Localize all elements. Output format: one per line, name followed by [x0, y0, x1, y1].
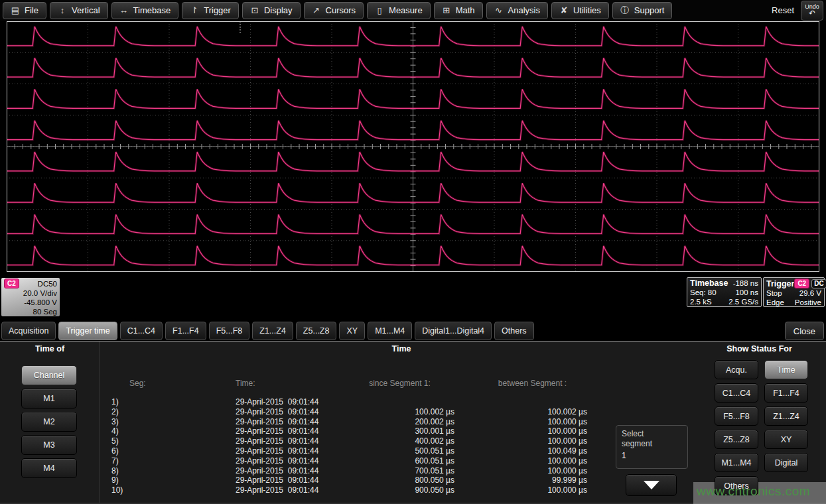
- status-button-z1-z4[interactable]: Z1...Z4: [764, 407, 808, 426]
- cell-time: 29-April-2015 09:01:44: [236, 485, 318, 495]
- cell-between: 100.000 µs: [478, 456, 587, 466]
- table-row: 2)29-April-2015 09:01:44100.002 µs100.00…: [100, 407, 617, 417]
- cell-since: 600.051 µs: [345, 456, 454, 466]
- cell-time: 29-April-2015 09:01:44: [236, 436, 318, 446]
- segment-down-button[interactable]: [626, 474, 677, 496]
- dialog-tab-bar: AcquisitionTrigger timeC1...C4F1...F4F5.…: [0, 320, 826, 342]
- menu-item-utilities[interactable]: ✘Utilities: [551, 2, 609, 19]
- undo-icon: ↶: [809, 9, 815, 17]
- horizontal-arrows-icon: ↔: [119, 5, 129, 15]
- tab-trigger-time[interactable]: Trigger time: [58, 322, 117, 340]
- cell-since: 700.051 µs: [345, 466, 454, 475]
- cell-since: 400.002 µs: [345, 436, 454, 446]
- select-segment-value: 1: [622, 451, 682, 461]
- cell-since: 900.050 µs: [345, 485, 454, 495]
- channel-c2-badge: C2: [4, 279, 19, 288]
- status-button-z5-z8[interactable]: Z5...Z8: [715, 430, 758, 449]
- cell-time: 29-April-2015 09:01:44: [236, 426, 318, 436]
- channel-scale: 20.0 V/div: [4, 288, 57, 298]
- time-of-button-m3[interactable]: M3: [21, 435, 77, 455]
- status-button-digital[interactable]: Digital: [764, 453, 808, 472]
- cell-time: 29-April-2015 09:01:44: [236, 446, 318, 456]
- tab-m1-m4[interactable]: M1...M4: [368, 322, 412, 340]
- cell-between: 100.000 µs: [478, 485, 587, 495]
- menu-item-vertical[interactable]: ↕Vertical: [50, 2, 108, 19]
- undo-button[interactable]: Undo ↶: [801, 1, 823, 21]
- menu-item-label: Vertical: [72, 5, 100, 15]
- watermark-text: www.cntronics.com: [697, 484, 810, 499]
- channel-offset: -45.800 V: [4, 298, 57, 307]
- menu-item-timebase[interactable]: ↔Timebase: [111, 2, 179, 19]
- status-button-f1-f4[interactable]: F1...F4: [764, 383, 808, 403]
- cell-seg: 8): [111, 466, 119, 475]
- menu-item-math[interactable]: ⊞Math: [434, 2, 483, 19]
- table-row: 10)29-April-2015 09:01:44900.050 µs100.0…: [100, 485, 617, 495]
- select-segment-label-1: Select: [622, 429, 682, 439]
- cell-time: 29-April-2015 09:01:44: [236, 466, 318, 475]
- menu-item-support[interactable]: ⓘSupport: [612, 2, 673, 19]
- cell-time: 29-April-2015 09:01:44: [236, 417, 318, 426]
- cell-seg: 1): [111, 397, 119, 407]
- tab-others[interactable]: Others: [494, 322, 534, 340]
- cell-seg: 9): [111, 475, 119, 485]
- tab-f5-f8[interactable]: F5...F8: [209, 322, 250, 340]
- channel-coupling: DC50: [38, 279, 57, 288]
- timebase-descriptor[interactable]: Timebase -188 ns Seq: 80 100 ns 2.5 kS 2…: [687, 277, 762, 307]
- tab-digital1-digital4[interactable]: Digital1...Digital4: [415, 322, 492, 340]
- cursor-arrow-icon: ↗: [312, 5, 321, 15]
- cell-time: 29-April-2015 09:01:44: [236, 475, 318, 485]
- time-of-button-m2[interactable]: M2: [21, 412, 77, 432]
- status-button-m1-m4[interactable]: M1...M4: [715, 453, 758, 472]
- close-button[interactable]: Close: [785, 322, 824, 340]
- status-button-xy[interactable]: XY: [764, 430, 808, 449]
- channel-descriptor-c2[interactable]: C2 DC50 20.0 V/div -45.800 V 80 Seg: [1, 278, 60, 316]
- cell-since: 100.002 µs: [345, 407, 454, 416]
- cell-seg: 10): [111, 485, 123, 495]
- monitor-icon: ⊡: [250, 5, 259, 15]
- calculator-icon: ⊞: [442, 5, 451, 15]
- status-button-time[interactable]: Time: [764, 360, 808, 379]
- time-of-button-m4[interactable]: M4: [21, 458, 77, 478]
- menu-item-label: Cursors: [326, 5, 356, 15]
- tools-icon: ✘: [559, 5, 569, 15]
- menu-item-cursors[interactable]: ↗Cursors: [304, 2, 364, 19]
- menu-item-label: Measure: [389, 5, 423, 15]
- cell-between: 99.999 µs: [478, 475, 587, 485]
- trigger-edge-icon: ↾: [190, 5, 199, 15]
- menu-item-label: Math: [456, 5, 475, 15]
- tab-xy[interactable]: XY: [339, 322, 365, 340]
- menu-item-display[interactable]: ⊡Display: [242, 2, 301, 19]
- menu-item-analysis[interactable]: ∿Analysis: [486, 2, 548, 19]
- info-bar: C2 DC50 20.0 V/div -45.800 V 80 Seg Time…: [0, 277, 826, 320]
- tab-z5-z8[interactable]: Z5...Z8: [296, 322, 337, 340]
- reset-button[interactable]: Reset: [770, 5, 795, 15]
- tab-z1-z4[interactable]: Z1...Z4: [252, 322, 293, 340]
- cell-since: 300.001 µs: [345, 426, 454, 436]
- time-of-button-channel[interactable]: Channel: [21, 365, 77, 385]
- cell-seg: 4): [111, 426, 119, 436]
- vertical-arrows-icon: ↕: [58, 5, 67, 15]
- cell-seg: 6): [111, 446, 119, 456]
- table-row: 7)29-April-2015 09:01:44600.051 µs100.00…: [100, 456, 617, 466]
- trigger-descriptor[interactable]: Trigger C2 DC Stop 29.6 V Edge Positive: [763, 277, 825, 307]
- cell-between: 100.049 µs: [478, 446, 587, 456]
- menu-item-trigger[interactable]: ↾Trigger: [182, 2, 239, 19]
- cell-between: 100.000 µs: [478, 417, 587, 426]
- header-time: Time:: [236, 379, 255, 388]
- status-button-acqu[interactable]: Acqu.: [715, 360, 758, 379]
- cell-time: 29-April-2015 09:01:44: [236, 397, 318, 407]
- tab-c1-c4[interactable]: C1...C4: [120, 322, 163, 340]
- select-segment-field[interactable]: Select segment 1: [616, 425, 688, 469]
- table-row: 1)29-April-2015 09:01:44: [100, 397, 617, 407]
- oscilloscope-app: ▤File↕Vertical↔Timebase↾Trigger⊡Display↗…: [0, 0, 826, 504]
- tab-f1-f4[interactable]: F1...F4: [165, 322, 206, 340]
- menu-item-file[interactable]: ▤File: [3, 2, 46, 19]
- status-button-f5-f8[interactable]: F5...F8: [715, 407, 758, 426]
- timebase-samples: 2.5 kS: [690, 297, 712, 306]
- tab-acquisition[interactable]: Acquisition: [1, 322, 56, 340]
- timebase-seq: Seq: 80: [690, 288, 717, 297]
- status-button-c1-c4[interactable]: C1...C4: [715, 383, 758, 403]
- menu-item-measure[interactable]: ▯Measure: [367, 2, 431, 19]
- cell-seg: 7): [111, 456, 119, 466]
- time-of-button-m1[interactable]: M1: [21, 389, 77, 409]
